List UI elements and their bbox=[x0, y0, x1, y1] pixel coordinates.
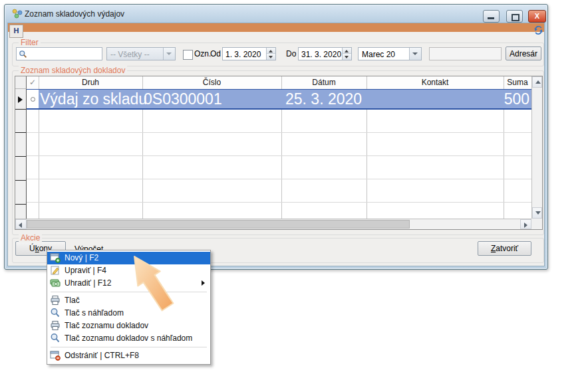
menu-separator bbox=[51, 347, 207, 347]
table-row-empty bbox=[27, 156, 531, 179]
table-row-empty bbox=[27, 179, 531, 203]
close-icon: X bbox=[535, 12, 539, 20]
money-icon bbox=[50, 278, 61, 288]
documents-legend: Zoznam skladových dokladov bbox=[19, 66, 127, 75]
menu-item-tlac-zoznamu[interactable]: Tlač zoznamu dokladov bbox=[47, 320, 210, 332]
scroll-right-icon bbox=[524, 223, 527, 228]
menu-item-label: Tlač zoznamu dokladov s náhľadom bbox=[65, 333, 192, 343]
adresar-button[interactable]: Adresár bbox=[506, 47, 541, 60]
scrollbar-corner bbox=[531, 219, 542, 229]
horizontal-scroll-thumb[interactable] bbox=[27, 220, 410, 229]
chevron-down-icon bbox=[412, 52, 418, 55]
printer-icon bbox=[50, 320, 61, 331]
scroll-down-button[interactable] bbox=[532, 207, 542, 219]
menu-item-label: Odstrániť | CTRL+F8 bbox=[65, 351, 139, 360]
edit-icon bbox=[50, 265, 61, 276]
cell-cislo: 0S0300001 bbox=[144, 90, 222, 108]
scroll-right-button[interactable] bbox=[520, 219, 531, 229]
menu-item-tlac-zoznamu-nahlad[interactable]: Tlač zoznamu dokladov s náhľadom bbox=[47, 332, 210, 345]
type-filter-select[interactable]: -- Všetky -- bbox=[106, 47, 176, 60]
menu-item-odstranit[interactable]: Odstrániť | CTRL+F8 bbox=[47, 349, 210, 362]
month-select[interactable]: Marec 20 bbox=[358, 47, 422, 60]
menu-item-label: Tlač s náhľadom bbox=[65, 308, 124, 318]
scroll-up-icon bbox=[535, 80, 541, 84]
print-preview-icon bbox=[50, 333, 61, 343]
date-to-spinner[interactable] bbox=[342, 48, 351, 60]
menu-item-label: Uhradiť | F12 bbox=[65, 278, 111, 288]
adresar-button-label: Adresár bbox=[510, 49, 537, 58]
row-marker-column bbox=[15, 89, 27, 219]
menu-item-label: Tlač zoznamu dokladov bbox=[65, 321, 148, 330]
zatvorit-button-label: Zatvoriť bbox=[491, 244, 518, 253]
documents-table: ✓ Druh Číslo Dátum Kontakt Suma bbox=[15, 76, 543, 230]
scroll-left-button[interactable] bbox=[15, 219, 27, 229]
horizontal-scrollbar[interactable] bbox=[15, 219, 531, 229]
column-header-kontakt[interactable]: Kontakt bbox=[367, 76, 504, 89]
vertical-scrollbar[interactable] bbox=[531, 76, 542, 219]
date-to-value: 31. 3. 2020 bbox=[301, 50, 341, 59]
minimize-icon bbox=[488, 17, 494, 19]
date-from-value: 1. 3. 2020 bbox=[225, 50, 261, 59]
maximize-button[interactable] bbox=[506, 10, 523, 23]
date-from-spinner[interactable] bbox=[266, 48, 275, 60]
close-button[interactable]: X bbox=[528, 10, 546, 23]
scroll-up-button[interactable] bbox=[532, 76, 542, 88]
refresh-icon[interactable] bbox=[533, 25, 543, 35]
table-row-empty bbox=[27, 203, 531, 219]
filter-legend: Filter bbox=[19, 38, 41, 47]
date-to-field[interactable]: 31. 3. 2020 bbox=[298, 47, 352, 60]
cell-suma: 500 bbox=[504, 90, 529, 108]
app-icon bbox=[12, 9, 23, 19]
submenu-arrow-icon bbox=[202, 280, 205, 286]
address-filter-field[interactable] bbox=[429, 47, 502, 60]
table-row-selected[interactable]: Výdaj zo skladu 0S0300001 25. 3. 2020 50… bbox=[27, 89, 531, 110]
delete-document-icon bbox=[50, 350, 61, 361]
tab-h[interactable]: H bbox=[9, 25, 23, 38]
row-marker-cell bbox=[15, 133, 26, 157]
window-title: Zoznam skladových výdajov bbox=[25, 9, 124, 19]
table-corner-cell bbox=[15, 76, 27, 89]
check-column-header[interactable]: ✓ bbox=[27, 76, 39, 89]
ozn-checkbox-label: Ozn. bbox=[194, 49, 211, 58]
column-header-datum[interactable]: Dátum bbox=[281, 76, 367, 89]
column-header-suma[interactable]: Suma bbox=[504, 76, 531, 89]
search-input[interactable] bbox=[16, 47, 102, 60]
row-marker-cell bbox=[15, 157, 26, 181]
column-header-druh[interactable]: Druh bbox=[39, 76, 142, 89]
new-document-icon bbox=[50, 252, 61, 263]
date-to-label: Do bbox=[286, 49, 296, 58]
actions-legend: Akcie bbox=[19, 233, 42, 242]
menu-item-label: Upraviť | F4 bbox=[65, 266, 106, 275]
zatvorit-button[interactable]: Zatvoriť bbox=[478, 241, 531, 256]
row-marker-cell bbox=[15, 181, 26, 205]
app-window: Zoznam skladových výdajov X H Filter bbox=[4, 4, 548, 270]
cell-datum: 25. 3. 2020 bbox=[285, 90, 362, 108]
cell-druh: Výdaj zo skladu bbox=[40, 90, 147, 108]
table-header-row: ✓ Druh Číslo Dátum Kontakt Suma bbox=[15, 76, 531, 90]
current-row-icon bbox=[18, 96, 23, 103]
menu-item-label: Tlač bbox=[65, 296, 80, 305]
minimize-button[interactable] bbox=[483, 10, 500, 23]
print-preview-icon bbox=[50, 308, 61, 318]
scroll-down-icon bbox=[535, 211, 541, 215]
chevron-down-icon bbox=[166, 52, 172, 55]
row-marker-cell bbox=[15, 89, 26, 110]
titlebar[interactable]: Zoznam skladových výdajov X bbox=[5, 5, 547, 23]
window-body: H Filter -- Všetky -- Ozn. bbox=[7, 23, 545, 266]
column-header-cislo[interactable]: Číslo bbox=[142, 76, 281, 89]
row-marker-cell bbox=[15, 110, 26, 133]
type-filter-value: -- Všetky -- bbox=[110, 50, 150, 59]
spinner-down-icon[interactable] bbox=[267, 53, 275, 60]
month-select-value: Marec 20 bbox=[362, 50, 395, 59]
annotation-arrow-icon bbox=[126, 252, 183, 316]
date-from-field[interactable]: 1. 3. 2020 bbox=[222, 47, 276, 60]
maximize-icon bbox=[512, 14, 519, 21]
date-from-label: Od bbox=[210, 49, 221, 58]
month-select-dropdown-button[interactable] bbox=[409, 48, 421, 60]
screenshot-canvas: Zoznam skladových výdajov X H Filter bbox=[0, 0, 588, 380]
type-filter-dropdown-button[interactable] bbox=[163, 48, 175, 60]
spinner-down-icon[interactable] bbox=[343, 53, 351, 60]
menu-item-label: Nový | F2 bbox=[65, 253, 98, 262]
printer-icon bbox=[50, 295, 61, 306]
ozn-checkbox[interactable] bbox=[183, 50, 193, 60]
